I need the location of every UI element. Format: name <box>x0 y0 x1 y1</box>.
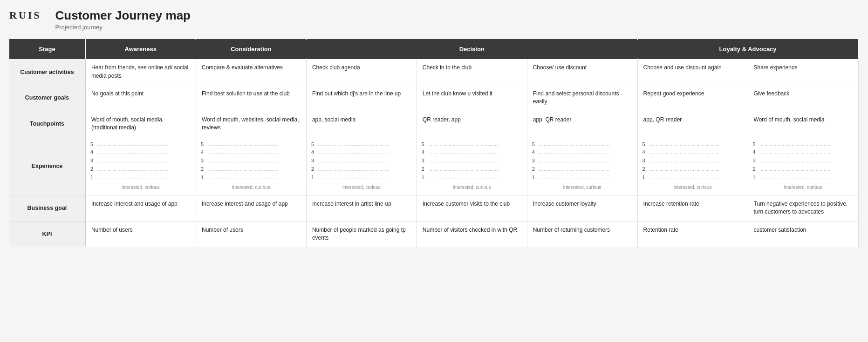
experience-cell: 5……………………………………4……………………………………3………………………… <box>748 137 858 195</box>
data-cell: Check in to the club <box>417 59 527 85</box>
data-cell: Choose/ use discount <box>527 59 637 85</box>
logo: RUIS <box>9 9 41 21</box>
data-cell: app, QR reader <box>527 111 637 137</box>
row-label: Customer activities <box>9 59 85 85</box>
data-cell: Retention rate <box>637 221 748 247</box>
data-cell: Repeat good experience <box>637 85 748 111</box>
data-cell: Word of mouth, social media <box>748 111 858 137</box>
data-cell: Increase interest and usage of app <box>196 195 306 221</box>
awareness-header: Awareness <box>85 39 196 59</box>
data-cell: QR reader, app <box>417 111 527 137</box>
page: RUIS Customer Journey map Projected jour… <box>0 0 868 342</box>
table-row: Business goalIncrease interest and usage… <box>9 195 858 221</box>
journey-table: Stage Awareness Consideration Decision L… <box>9 39 859 247</box>
decision-header: Decision <box>306 39 637 59</box>
header: RUIS Customer Journey map Projected jour… <box>9 8 859 31</box>
table-row: Customer goalsNo goals at this pointFind… <box>9 85 858 111</box>
table-row: Customer activitiesHear from friends, se… <box>9 59 858 85</box>
data-cell: Give feedback <box>748 85 858 111</box>
data-cell: Hear from friends, see online ad/ social… <box>85 59 196 85</box>
table-row: KPINumber of usersNumber of usersNumber … <box>9 221 858 247</box>
row-label: KPI <box>9 221 85 247</box>
data-cell: Word of mouth, websites, social media, r… <box>196 111 306 137</box>
data-cell: Number of visitors checked in with QR <box>417 221 527 247</box>
data-cell: Turn negative experiences to positive, t… <box>748 195 858 221</box>
consideration-header: Consideration <box>196 39 306 59</box>
stage-header: Stage <box>9 39 85 59</box>
data-cell: Find and select personal discounts easil… <box>527 85 637 111</box>
data-cell: app, QR reader <box>637 111 748 137</box>
experience-cell: 5……………………………………4……………………………………3………………………… <box>637 137 748 195</box>
row-label: Touchpoints <box>9 111 85 137</box>
data-cell: Let the club know u visited it <box>417 85 527 111</box>
subtitle: Projected journey <box>55 24 191 31</box>
data-cell: Word of mouth, social media, (traditiona… <box>85 111 196 137</box>
data-cell: Increase interest and usage of app <box>85 195 196 221</box>
data-cell: Increase interest in artist line-up <box>306 195 417 221</box>
data-cell: Compare & evaluate alternatives <box>196 59 306 85</box>
data-cell: Find best solution to use at the club <box>196 85 306 111</box>
data-cell: Increase retention rate <box>637 195 748 221</box>
experience-cell: 5……………………………………4……………………………………3………………………… <box>196 137 306 195</box>
table-row: TouchpointsWord of mouth, social media, … <box>9 111 858 137</box>
table-row: Experience5……………………………………4……………………………………… <box>9 137 858 195</box>
data-cell: Number of users <box>196 221 306 247</box>
data-cell: Find out which dj's are in the line up <box>306 85 417 111</box>
data-cell: Number of users <box>85 221 196 247</box>
row-label: Business goal <box>9 195 85 221</box>
main-title: Customer Journey map <box>55 8 191 23</box>
experience-cell: 5……………………………………4……………………………………3………………………… <box>306 137 417 195</box>
data-cell: customer satisfaction <box>748 221 858 247</box>
row-label: Customer goals <box>9 85 85 111</box>
data-cell: Increase customer loyalty <box>527 195 637 221</box>
row-label: Experience <box>9 137 85 195</box>
experience-cell: 5……………………………………4……………………………………3………………………… <box>85 137 196 195</box>
data-cell: Choose and use discount again <box>637 59 748 85</box>
data-cell: Number of returning customers <box>527 221 637 247</box>
data-cell: Number of people marked as going tp even… <box>306 221 417 247</box>
header-row: Stage Awareness Consideration Decision L… <box>9 39 858 59</box>
experience-cell: 5……………………………………4……………………………………3………………………… <box>527 137 637 195</box>
data-cell: No goals at this point <box>85 85 196 111</box>
experience-cell: 5……………………………………4……………………………………3………………………… <box>417 137 527 195</box>
data-cell: Share experience <box>748 59 858 85</box>
data-cell: Check club agenda <box>306 59 417 85</box>
data-cell: Increase customer visits to the club <box>417 195 527 221</box>
title-block: Customer Journey map Projected journey <box>55 8 191 31</box>
loyalty-header: Loyalty & Advocacy <box>637 39 858 59</box>
data-cell: app, social media <box>306 111 417 137</box>
